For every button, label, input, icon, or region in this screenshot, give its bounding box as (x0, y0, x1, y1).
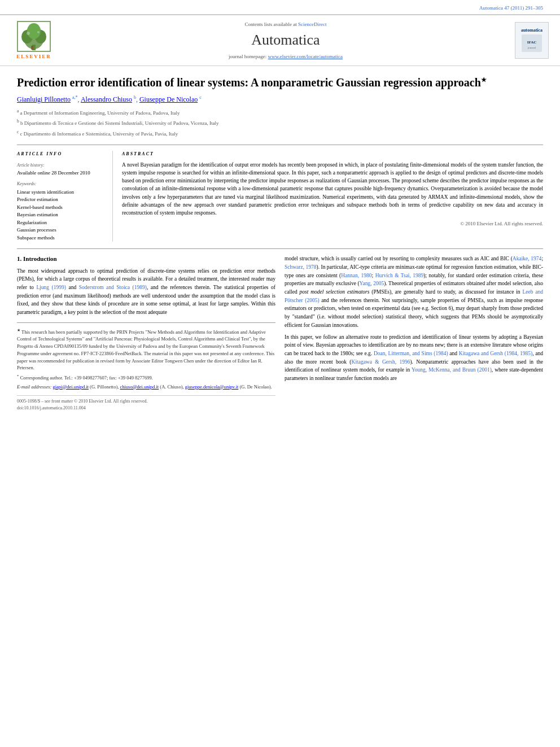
sciencedirect-link[interactable]: ScienceDirect (298, 21, 326, 27)
ref-kitagawa1996[interactable]: Kitagawa & Gersh, 1996 (352, 359, 410, 365)
journal-title: Automatica (62, 30, 509, 50)
intro-para-1: The most widespread approach to optimal … (17, 267, 275, 317)
journal-homepage-line: journal homepage: www.elsevier.com/locat… (62, 53, 509, 60)
ref-yang[interactable]: Yang, 2005 (360, 281, 384, 286)
email-pillonetto[interactable]: giapi@dei.unipd.it (53, 384, 89, 390)
abstract-title: ABSTRACT (122, 151, 543, 157)
section-divider (17, 248, 543, 249)
article-info-title: ARTICLE INFO (17, 151, 106, 157)
body-left-column: 1. Introduction The most widespread appr… (17, 255, 275, 413)
journal-reference: Automatica 47 (2011) 291–305 (0, 0, 560, 15)
svg-point-4 (27, 23, 41, 39)
ref-ljung[interactable]: Ljung (1999) (36, 285, 66, 290)
title-footnote: ★ (481, 77, 487, 84)
svg-point-5 (27, 32, 30, 35)
ref-young[interactable]: Young, McKenna, and Bruun (2001) (412, 367, 492, 373)
copyright-line: © 2010 Elsevier Ltd. All rights reserved… (122, 220, 543, 228)
intro-para-right-2: In this paper, we follow an alternative … (285, 333, 543, 383)
affiliation-c: c c Dipartimento di Informatica e Sistem… (17, 129, 543, 138)
affiliation-b: b b Dipartimento di Tecnica e Gestione d… (17, 118, 543, 128)
body-content: 1. Introduction The most widespread appr… (17, 255, 543, 413)
keyword-5: Regularization (17, 219, 106, 227)
keyword-4: Bayesian estimation (17, 211, 106, 219)
elsevier-logo: ELSEVIER (11, 21, 56, 60)
keyword-6: Gaussian processes (17, 226, 106, 234)
affiliation-a: a a Department of Information Engineerin… (17, 108, 543, 117)
keyword-1: Linear system identification (17, 189, 106, 196)
header-center: Contents lists available at ScienceDirec… (62, 21, 509, 60)
keyword-2: Predictor estimation (17, 196, 106, 204)
author-pillonetto[interactable]: Gianluigi Pillonetto (17, 95, 71, 103)
authors-line: Gianluigi Pillonetto a,*, Alessandro Chi… (17, 94, 543, 104)
sciencedirect-text: Contents lists available at (245, 21, 297, 27)
keywords-label: Keywords: (17, 181, 106, 187)
email-chiuso[interactable]: chiuso@dei.unipd.it (120, 384, 159, 390)
automatica-logo-icon: IFAC journal (520, 33, 543, 53)
header-banner: ELSEVIER Contents lists available at Sci… (0, 15, 560, 67)
sciencedirect-line: Contents lists available at ScienceDirec… (62, 21, 509, 28)
svg-point-6 (37, 31, 40, 33)
footnotes-area: ★ This research has been partially suppo… (17, 322, 275, 412)
author-denicola[interactable]: Giuseppe De Nicolao (139, 95, 198, 103)
ref-hannan[interactable]: Hannan, 1980 (341, 273, 371, 278)
affiliations: a a Department of Information Engineerin… (17, 108, 543, 138)
svg-rect-8 (31, 46, 33, 50)
keyword-7: Subspace methods (17, 234, 106, 242)
bottom-doi-info: 0005-1098/$ – see front matter © 2010 El… (17, 395, 275, 412)
svg-text:journal: journal (527, 46, 536, 49)
ref-doan[interactable]: Doan, Litterman, and Sims (1984) (374, 351, 448, 356)
abstract-panel: ABSTRACT A novel Bayesian paradigm for t… (122, 151, 543, 242)
ref-akaike[interactable]: Akaike, 1974 (513, 256, 542, 261)
footnote-3: E-mail addresses: giapi@dei.unipd.it (G.… (17, 383, 275, 391)
main-content: Prediction error identification of linea… (0, 66, 560, 418)
ref-schwarz[interactable]: Schwarz, 1978 (285, 264, 317, 270)
intro-para-right-1: model structure, which is usually carrie… (285, 255, 543, 329)
email-denicola[interactable]: giuseppe.denicola@unipv.it (185, 384, 239, 390)
introduction-title: 1. Introduction (17, 255, 275, 263)
svg-text:IFAC: IFAC (527, 40, 537, 45)
footnote-1: ★ This research has been partially suppo… (17, 327, 275, 372)
keyword-3: Kernel-based methods (17, 204, 106, 212)
ref-kitagawa1984[interactable]: Kitagawa and Gersh (1984, 1985) (459, 351, 532, 356)
homepage-link[interactable]: www.elsevier.com/locate/automatica (268, 54, 343, 59)
page: Automatica 47 (2011) 291–305 ELSEVIER (0, 0, 560, 747)
paper-title: Prediction error identification of linea… (17, 75, 543, 90)
article-info-panel: ARTICLE INFO Article history: Available … (17, 151, 113, 242)
ref-hurvich[interactable]: Hurvich & Tsai, 1989 (375, 273, 424, 278)
abstract-text: A novel Bayesian paradigm for the identi… (122, 161, 543, 217)
journal-ref-text: Automatica 47 (2011) 291–305 (479, 5, 543, 11)
available-online: Available online 28 December 2010 (17, 169, 106, 177)
body-right-column: model structure, which is usually carrie… (285, 255, 543, 413)
automatica-logo-box: automatica IFAC journal (515, 22, 549, 59)
article-info-abstract: ARTICLE INFO Article history: Available … (17, 145, 543, 242)
ref-soderstrom[interactable]: Soderstrom and Stoica (1989) (79, 285, 147, 290)
history-label: Article history: (17, 162, 106, 168)
footnote-2: * Corresponding author. Tel.: +39 049827… (17, 373, 275, 382)
author-chiuso[interactable]: Alessandro Chiuso (81, 95, 132, 103)
elsevier-tree-icon (17, 21, 51, 52)
elsevier-label: ELSEVIER (16, 53, 51, 60)
keywords-list: Linear system identification Predictor e… (17, 189, 106, 242)
